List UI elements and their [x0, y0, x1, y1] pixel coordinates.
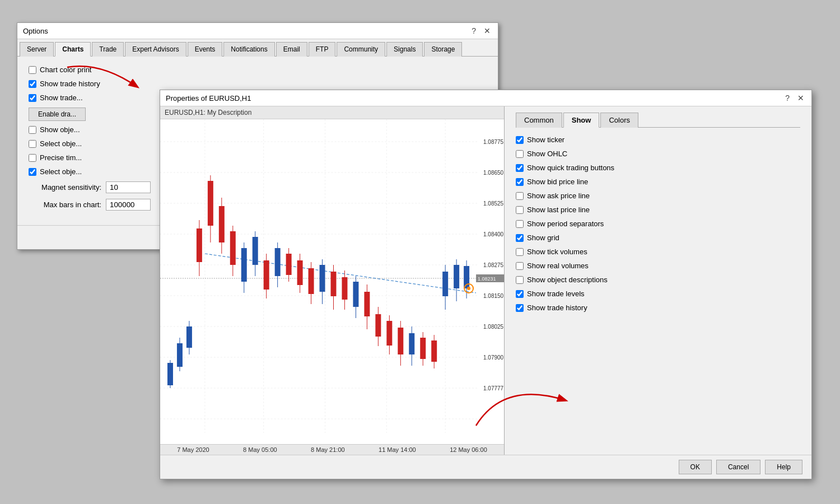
options-titlebar: Options ? ✕ [17, 23, 498, 39]
tab-expert-advisors[interactable]: Expert Advisors [125, 42, 186, 57]
settings-tab-common[interactable]: Common [516, 113, 562, 128]
show-trade-label: Show trade... [40, 94, 83, 102]
show-bid-label: Show bid price line [527, 178, 588, 186]
select-objects-checkbox[interactable] [29, 140, 36, 148]
svg-rect-83 [454, 265, 459, 288]
show-trade-levels-checkbox[interactable] [516, 290, 524, 298]
chart-color-print-checkbox[interactable] [29, 66, 36, 74]
show-ohlc-row: Show OHLC [516, 150, 800, 158]
show-ticker-checkbox[interactable] [516, 136, 524, 144]
show-period-sep-checkbox[interactable] [516, 220, 524, 228]
options-help-btn[interactable]: ? [470, 26, 478, 35]
props-titlebar-controls: ? ✕ [783, 94, 806, 102]
properties-body: EURUSD,H1: My Description [160, 106, 811, 455]
options-close-btn[interactable]: ✕ [482, 26, 492, 35]
show-quick-trading-label: Show quick trading buttons [527, 164, 614, 172]
show-ticker-row: Show ticker [516, 136, 800, 144]
svg-rect-49 [264, 260, 269, 290]
show-ohlc-label: Show OHLC [527, 150, 567, 158]
tab-email[interactable]: Email [276, 42, 307, 57]
show-obj-desc-label: Show object descriptions [527, 276, 608, 284]
show-grid-checkbox[interactable] [516, 234, 524, 242]
show-bid-checkbox[interactable] [516, 178, 524, 186]
props-cancel-btn[interactable]: Cancel [716, 460, 760, 474]
svg-rect-61 [331, 272, 337, 296]
show-trade-history-settings-checkbox[interactable] [516, 304, 524, 312]
svg-text:1.07900: 1.07900 [483, 354, 504, 361]
tab-storage[interactable]: Storage [424, 42, 462, 57]
show-quick-trading-row: Show quick trading buttons [516, 164, 800, 172]
settings-tabs-bar: Common Show Colors [516, 112, 800, 128]
tab-events[interactable]: Events [188, 42, 223, 57]
show-trade-levels-row: Show trade levels [516, 290, 800, 298]
tab-trade[interactable]: Trade [92, 42, 124, 57]
svg-rect-51 [275, 248, 281, 276]
svg-rect-77 [420, 338, 426, 359]
svg-rect-39 [208, 181, 213, 226]
svg-text:1.08775: 1.08775 [483, 139, 504, 145]
svg-rect-63 [342, 277, 347, 300]
svg-rect-43 [230, 231, 236, 265]
properties-titlebar: Properties of EURUSD,H1 ? ✕ [160, 90, 811, 106]
enable-draw-btn[interactable]: Enable dra... [29, 108, 86, 121]
tab-community[interactable]: Community [337, 42, 385, 57]
svg-rect-71 [386, 321, 392, 346]
chart-color-print-row: Chart color print [29, 66, 487, 74]
properties-close-btn[interactable]: ✕ [796, 94, 806, 102]
svg-point-87 [467, 287, 470, 290]
show-grid-label: Show grid [527, 234, 559, 242]
svg-rect-45 [241, 248, 247, 282]
show-trade-checkbox[interactable] [29, 94, 36, 102]
xaxis-label-3: 8 May 21:00 [311, 446, 345, 453]
magnet-label: Magnet sensitivity: [29, 183, 101, 192]
show-ask-row: Show ask price line [516, 192, 800, 200]
properties-help-btn[interactable]: ? [783, 94, 791, 102]
props-ok-btn[interactable]: OK [679, 460, 712, 474]
svg-rect-69 [375, 314, 381, 337]
precise-time-checkbox[interactable] [29, 154, 36, 162]
tab-ftp[interactable]: FTP [309, 42, 336, 57]
properties-footer: OK Cancel Help [160, 455, 811, 479]
show-ohlc-checkbox[interactable] [516, 150, 524, 158]
show-ask-label: Show ask price line [527, 192, 590, 200]
chart-color-print-label: Chart color print [40, 66, 91, 74]
show-objects-label: Show obje... [40, 125, 80, 134]
options-title: Options [23, 27, 48, 35]
show-quick-trading-checkbox[interactable] [516, 164, 524, 172]
settings-tab-show[interactable]: Show [563, 113, 600, 128]
show-tick-vol-row: Show tick volumes [516, 248, 800, 256]
maxbars-input[interactable] [106, 199, 151, 211]
properties-title: Properties of EURUSD,H1 [166, 94, 251, 102]
svg-rect-65 [353, 282, 358, 307]
show-real-vol-checkbox[interactable] [516, 262, 524, 270]
svg-rect-73 [398, 328, 403, 354]
show-obj-desc-checkbox[interactable] [516, 276, 524, 284]
chart-area[interactable]: 1.08775 1.08650 1.08525 1.08400 1.08275 … [160, 119, 504, 444]
props-help-btn[interactable]: Help [765, 460, 802, 474]
magnet-input[interactable] [106, 181, 151, 193]
svg-rect-41 [219, 206, 225, 242]
show-last-price-checkbox[interactable] [516, 206, 524, 214]
maxbars-label: Max bars in chart: [29, 200, 101, 209]
svg-rect-35 [186, 326, 192, 348]
show-tick-vol-checkbox[interactable] [516, 248, 524, 256]
tab-charts[interactable]: Charts [55, 42, 91, 57]
tab-notifications[interactable]: Notifications [223, 42, 274, 57]
svg-rect-57 [309, 268, 314, 294]
settings-panel: Common Show Colors Show ticker Show OHLC… [505, 106, 811, 455]
tab-server[interactable]: Server [20, 42, 54, 57]
show-trade-history-row: Show trade history [29, 80, 487, 88]
settings-tab-colors[interactable]: Colors [600, 113, 638, 128]
select-objects-label: Select obje... [40, 139, 82, 148]
svg-text:1.08525: 1.08525 [483, 200, 504, 207]
precise-time-label: Precise tim... [40, 153, 82, 162]
show-real-vol-label: Show real volumes [527, 262, 589, 270]
svg-rect-75 [409, 333, 414, 354]
select-obj2-checkbox[interactable] [29, 168, 36, 176]
svg-text:1.08231: 1.08231 [478, 276, 496, 282]
svg-text:1.08025: 1.08025 [483, 324, 504, 330]
show-ask-checkbox[interactable] [516, 192, 524, 200]
tab-signals[interactable]: Signals [386, 42, 423, 57]
show-trade-history-checkbox[interactable] [29, 80, 36, 88]
show-objects-checkbox[interactable] [29, 126, 36, 134]
